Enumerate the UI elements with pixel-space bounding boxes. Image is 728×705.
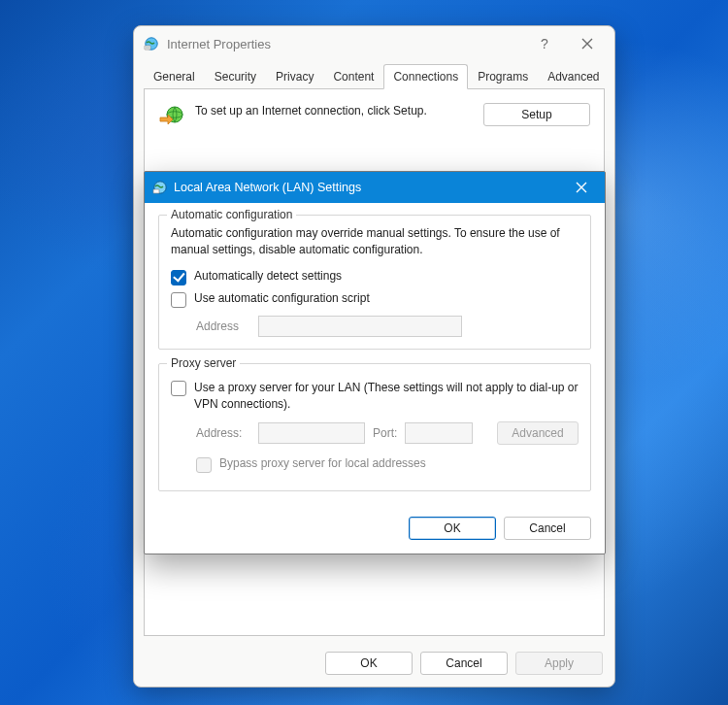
proxy-group-title: Proxy server	[167, 356, 240, 370]
proxy-group: Proxy server Use a proxy server for your…	[158, 363, 591, 492]
auto-config-group-title: Automatic configuration	[167, 208, 296, 221]
tab-advanced[interactable]: Advanced	[538, 64, 609, 89]
titlebar: Internet Properties ?	[134, 26, 614, 61]
auto-script-label: Use automatic configuration script	[194, 291, 370, 305]
internet-options-icon	[144, 36, 159, 51]
tab-privacy[interactable]: Privacy	[266, 64, 323, 89]
proxy-bypass-label: Bypass proxy server for local addresses	[219, 456, 426, 470]
tab-security[interactable]: Security	[205, 64, 266, 89]
proxy-bypass-row: Bypass proxy server for local addresses	[196, 456, 579, 473]
tab-content[interactable]: Content	[323, 64, 383, 89]
svg-rect-1	[145, 46, 150, 50]
lan-cancel-button[interactable]: Cancel	[504, 517, 591, 540]
setup-text: To set up an Internet connection, click …	[195, 103, 474, 119]
window-title: Internet Properties	[167, 37, 523, 51]
lan-settings-dialog: Local Area Network (LAN) Settings Automa…	[144, 171, 606, 554]
tab-connections[interactable]: Connections	[383, 64, 468, 89]
auto-detect-label: Automatically detect settings	[194, 269, 342, 283]
proxy-use-row[interactable]: Use a proxy server for your LAN (These s…	[171, 380, 579, 413]
parent-ok-button[interactable]: OK	[325, 652, 413, 675]
setup-button[interactable]: Setup	[483, 103, 590, 126]
lan-title: Local Area Network (LAN) Settings	[174, 181, 562, 194]
lan-ok-button[interactable]: OK	[409, 517, 496, 540]
proxy-address-row: Address: Port: Advanced	[196, 421, 579, 445]
auto-script-address-input	[258, 316, 462, 337]
parent-apply-button: Apply	[515, 652, 603, 675]
svg-rect-7	[153, 189, 159, 193]
setup-row: To set up an Internet connection, click …	[158, 103, 590, 130]
parent-cancel-button[interactable]: Cancel	[420, 652, 508, 675]
auto-script-address-label: Address	[196, 319, 250, 333]
proxy-address-label: Address:	[196, 426, 250, 440]
proxy-advanced-button: Advanced	[497, 421, 579, 445]
internet-options-icon	[152, 180, 168, 195]
proxy-use-checkbox[interactable]	[171, 381, 186, 396]
auto-script-address-row: Address	[196, 316, 579, 337]
auto-detect-row[interactable]: Automatically detect settings	[171, 269, 579, 285]
proxy-address-input	[258, 422, 365, 444]
tab-strip: General Security Privacy Content Connect…	[134, 63, 614, 88]
proxy-bypass-checkbox	[196, 457, 212, 473]
parent-footer: OK Cancel Apply	[134, 644, 614, 687]
lan-footer: OK Cancel	[145, 513, 605, 554]
close-button[interactable]	[566, 30, 609, 57]
tab-general[interactable]: General	[144, 64, 205, 89]
tab-programs[interactable]: Programs	[468, 64, 538, 89]
proxy-port-label: Port:	[373, 426, 397, 440]
setup-globe-icon	[158, 103, 185, 130]
auto-config-help: Automatic configuration may override man…	[171, 225, 579, 259]
auto-config-group: Automatic configuration Automatic config…	[158, 215, 591, 350]
auto-script-row[interactable]: Use automatic configuration script	[171, 291, 579, 308]
help-button[interactable]: ?	[523, 30, 566, 57]
lan-body: Automatic configuration Automatic config…	[145, 203, 605, 513]
auto-detect-checkbox[interactable]	[171, 270, 186, 285]
proxy-use-label: Use a proxy server for your LAN (These s…	[194, 380, 579, 413]
proxy-port-input	[405, 422, 473, 444]
lan-titlebar: Local Area Network (LAN) Settings	[145, 172, 605, 203]
auto-script-checkbox[interactable]	[171, 292, 186, 308]
lan-close-button[interactable]	[562, 176, 601, 199]
